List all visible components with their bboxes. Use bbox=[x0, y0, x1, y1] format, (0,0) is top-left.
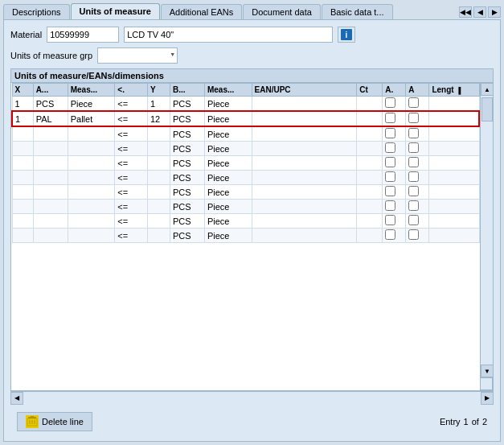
delete-line-button[interactable]: Delete line bbox=[17, 412, 92, 431]
entry-label: Entry bbox=[440, 417, 461, 426]
uom-table: X A... Meas... <. Y B... Meas... EAN/UPC… bbox=[11, 83, 480, 243]
scroll-thumb[interactable] bbox=[481, 97, 493, 122]
material-name-input[interactable] bbox=[124, 27, 333, 43]
alt-checkbox-1[interactable] bbox=[385, 171, 395, 182]
alt-checkbox-2[interactable] bbox=[408, 200, 419, 211]
col-header-ean: EAN/UPC bbox=[252, 84, 357, 97]
alt-checkbox-1[interactable] bbox=[385, 142, 395, 153]
alt-checkbox-2[interactable] bbox=[408, 113, 419, 123]
material-id-input[interactable] bbox=[47, 27, 119, 43]
col-header-a2: A. bbox=[383, 84, 406, 97]
col-header-meas1: Meas... bbox=[68, 84, 115, 97]
delete-svg-icon bbox=[27, 416, 38, 427]
resize-handle-icon: ▐ bbox=[456, 87, 461, 94]
alt-checkbox-2[interactable] bbox=[408, 97, 419, 108]
tab-navigation: ◀◀ ◀ ▶ bbox=[459, 6, 504, 19]
scroll-down-btn[interactable]: ▼ bbox=[481, 365, 494, 377]
uom-group-dropdown-wrapper bbox=[97, 47, 178, 64]
table-row[interactable]: <=PCSPiece bbox=[12, 126, 479, 142]
alt-checkbox-1[interactable] bbox=[385, 200, 395, 211]
alt-checkbox-1[interactable] bbox=[385, 186, 395, 196]
alt-checkbox-1[interactable] bbox=[385, 157, 395, 167]
tab-nav-next[interactable]: ▶ bbox=[488, 6, 501, 18]
entry-info: Entry 1 of 2 bbox=[440, 417, 487, 426]
tab-nav-prev[interactable]: ◀ bbox=[473, 6, 486, 18]
alt-checkbox-2[interactable] bbox=[408, 128, 419, 138]
delete-icon bbox=[26, 415, 39, 428]
v-scrollbar[interactable]: ▲ ▼ bbox=[480, 83, 493, 377]
alt-checkbox-2[interactable] bbox=[408, 215, 419, 225]
tab-units-of-measure[interactable]: Units of measure bbox=[71, 3, 160, 19]
alt-checkbox-2[interactable] bbox=[408, 229, 419, 240]
table-header-row: X A... Meas... <. Y B... Meas... EAN/UPC… bbox=[12, 84, 479, 97]
uom-group-row: Units of measure grp bbox=[10, 47, 494, 64]
tab-descriptions[interactable]: Descriptions bbox=[3, 4, 70, 19]
alt-checkbox-2[interactable] bbox=[408, 142, 419, 153]
col-header-a3: A bbox=[406, 84, 429, 97]
col-header-len: Lengt ▐ bbox=[429, 84, 479, 97]
col-header-b: B... bbox=[170, 84, 204, 97]
table-row[interactable]: <=PCSPiece bbox=[12, 200, 479, 214]
info-button[interactable]: i bbox=[338, 27, 355, 43]
col-header-y: Y bbox=[147, 84, 170, 97]
entry-of-label: of bbox=[472, 417, 479, 426]
table-row[interactable]: <=PCSPiece bbox=[12, 171, 479, 185]
col-header-a: A... bbox=[33, 84, 68, 97]
h-scroll-left-btn[interactable]: ◀ bbox=[10, 392, 23, 405]
table-container[interactable]: X A... Meas... <. Y B... Meas... EAN/UPC… bbox=[10, 82, 494, 391]
alt-checkbox-1[interactable] bbox=[385, 229, 395, 240]
alt-checkbox-1[interactable] bbox=[385, 113, 395, 123]
tab-additional-eans[interactable]: Additional EANs bbox=[161, 4, 243, 19]
info-icon: i bbox=[340, 28, 353, 41]
entry-total: 2 bbox=[482, 417, 487, 426]
uom-group-dropdown[interactable] bbox=[97, 47, 178, 64]
col-header-meas2: Meas... bbox=[204, 84, 252, 97]
material-label: Material bbox=[10, 30, 42, 39]
table-row[interactable]: <=PCSPiece bbox=[12, 156, 479, 171]
h-scroll-right-btn[interactable]: ▶ bbox=[481, 392, 494, 405]
delete-line-label: Delete line bbox=[42, 417, 84, 426]
table-row[interactable]: <=PCSPiece bbox=[12, 229, 479, 243]
footer: Delete line Entry 1 of 2 bbox=[10, 409, 494, 435]
alt-checkbox-1[interactable] bbox=[385, 215, 395, 225]
table-row[interactable]: <=PCSPiece bbox=[12, 185, 479, 200]
table-row[interactable]: 1PCSPiece<=1PCSPiece bbox=[12, 97, 479, 112]
main-content: Material i Units of measure grp Units of… bbox=[3, 19, 501, 442]
alt-checkbox-2[interactable] bbox=[408, 157, 419, 167]
table-row[interactable]: 1PALPallet<=12PCSPiece bbox=[12, 111, 479, 126]
table-row[interactable]: <=PCSPiece bbox=[12, 214, 479, 229]
table-section-title: Units of measure/EANs/dimensions bbox=[10, 68, 494, 82]
entry-current: 1 bbox=[464, 417, 469, 426]
tab-basic-data[interactable]: Basic data t... bbox=[322, 4, 393, 19]
col-header-ct: Ct bbox=[357, 84, 383, 97]
material-row: Material i bbox=[10, 27, 494, 43]
table-body: 1PCSPiece<=1PCSPiece1PALPallet<=12PCSPie… bbox=[12, 97, 479, 243]
tab-document-data[interactable]: Document data bbox=[243, 4, 321, 19]
scroll-up-btn[interactable]: ▲ bbox=[481, 83, 494, 96]
main-window: Descriptions Units of measure Additional… bbox=[0, 0, 504, 445]
tab-bar: Descriptions Units of measure Additional… bbox=[0, 0, 504, 19]
h-scroll-row: ◀ ▶ bbox=[10, 391, 494, 404]
alt-checkbox-1[interactable] bbox=[385, 97, 395, 108]
table-section: Units of measure/EANs/dimensions X A... … bbox=[10, 68, 494, 404]
scroll-track bbox=[481, 96, 493, 365]
tab-nav-prev-prev[interactable]: ◀◀ bbox=[459, 6, 472, 18]
col-header-lt: <. bbox=[115, 84, 148, 97]
table-row[interactable]: <=PCSPiece bbox=[12, 142, 479, 156]
alt-checkbox-2[interactable] bbox=[408, 171, 419, 182]
svg-text:i: i bbox=[346, 31, 348, 39]
alt-checkbox-1[interactable] bbox=[385, 128, 395, 138]
scroll-corner bbox=[480, 377, 493, 390]
col-header-x: X bbox=[12, 84, 33, 97]
alt-checkbox-2[interactable] bbox=[408, 186, 419, 196]
uom-group-label: Units of measure grp bbox=[10, 51, 92, 60]
h-scroll-track[interactable] bbox=[23, 392, 481, 405]
